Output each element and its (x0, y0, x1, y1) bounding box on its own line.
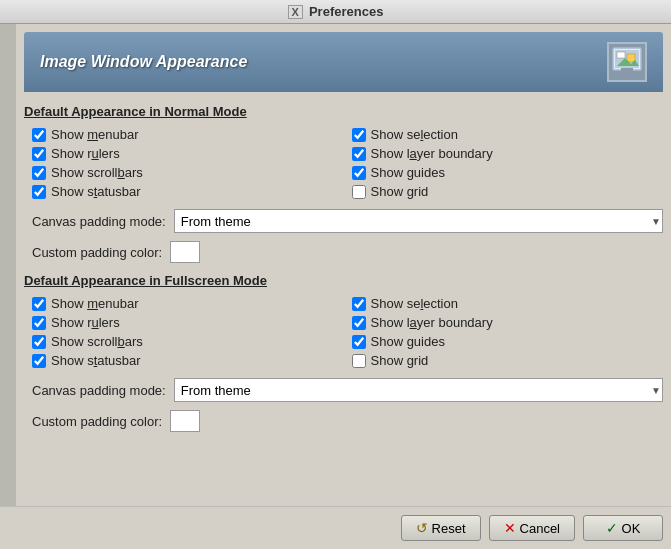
header-title: Image Window Appearance (40, 53, 247, 71)
checkbox-fs-scrollbars-input[interactable] (32, 335, 46, 349)
checkbox-nm-grid-input[interactable] (352, 185, 366, 199)
window: Image Window Appearance Default Appeara (0, 24, 671, 549)
normal-mode-section: Default Appearance in Normal Mode Show m… (24, 104, 663, 263)
checkbox-fs-scrollbars: Show scrollbars (32, 334, 344, 349)
checkbox-fs-rulers-input[interactable] (32, 316, 46, 330)
title-bar-title: Preferences (309, 4, 383, 19)
header-banner: Image Window Appearance (24, 32, 663, 92)
nm-canvas-padding-label: Canvas padding mode: (32, 214, 166, 229)
ok-label: OK (622, 521, 641, 536)
ok-button[interactable]: ✓ OK (583, 515, 663, 541)
checkbox-fs-grid-label[interactable]: Show grid (371, 353, 429, 368)
checkbox-fs-rulers: Show rulers (32, 315, 344, 330)
checkbox-nm-menubar-input[interactable] (32, 128, 46, 142)
sidebar (0, 24, 16, 506)
reset-label: Reset (432, 521, 466, 536)
fs-canvas-padding-select[interactable]: From theme Light Dark Custom color (174, 378, 663, 402)
cancel-button[interactable]: ✕ Cancel (489, 515, 575, 541)
checkbox-fs-statusbar: Show statusbar (32, 353, 344, 368)
fullscreen-mode-title: Default Appearance in Fullscreen Mode (24, 273, 663, 288)
checkbox-nm-guides: Show guides (352, 165, 664, 180)
checkbox-fs-menubar-label[interactable]: Show menubar (51, 296, 138, 311)
nm-canvas-padding-select[interactable]: From theme Light Dark Custom color (174, 209, 663, 233)
checkbox-fs-grid-input[interactable] (352, 354, 366, 368)
checkbox-nm-selection-label[interactable]: Show selection (371, 127, 458, 142)
button-bar: ↺ Reset ✕ Cancel ✓ OK (0, 506, 671, 549)
checkbox-nm-selection-input[interactable] (352, 128, 366, 142)
checkbox-fs-statusbar-label[interactable]: Show statusbar (51, 353, 141, 368)
checkbox-fs-statusbar-input[interactable] (32, 354, 46, 368)
checkbox-nm-layerboundary-label[interactable]: Show layer boundary (371, 146, 493, 161)
normal-mode-checkboxes: Show menubar Show selection Show rulers … (24, 127, 663, 199)
fs-custom-padding-color[interactable] (170, 410, 200, 432)
nm-custom-padding-color[interactable] (170, 241, 200, 263)
nm-custom-padding-label: Custom padding color: (32, 245, 162, 260)
checkbox-nm-statusbar-input[interactable] (32, 185, 46, 199)
fs-canvas-padding-row: Canvas padding mode: From theme Light Da… (24, 378, 663, 402)
checkbox-nm-statusbar: Show statusbar (32, 184, 344, 199)
fullscreen-mode-checkboxes: Show menubar Show selection Show rulers … (24, 296, 663, 368)
checkbox-fs-scrollbars-label[interactable]: Show scrollbars (51, 334, 143, 349)
svg-rect-6 (625, 71, 629, 74)
checkbox-nm-layerboundary: Show layer boundary (352, 146, 664, 161)
checkbox-nm-rulers-input[interactable] (32, 147, 46, 161)
checkbox-nm-guides-input[interactable] (352, 166, 366, 180)
ok-icon: ✓ (606, 520, 618, 536)
checkbox-fs-layerboundary-label[interactable]: Show layer boundary (371, 315, 493, 330)
cancel-label: Cancel (520, 521, 560, 536)
checkbox-nm-menubar: Show menubar (32, 127, 344, 142)
fullscreen-mode-section: Default Appearance in Fullscreen Mode Sh… (24, 273, 663, 432)
content-area: Image Window Appearance Default Appeara (16, 24, 671, 506)
checkbox-fs-guides: Show guides (352, 334, 664, 349)
checkbox-nm-guides-label[interactable]: Show guides (371, 165, 445, 180)
title-bar: X Preferences (0, 0, 671, 24)
reset-button[interactable]: ↺ Reset (401, 515, 481, 541)
svg-rect-5 (621, 68, 633, 71)
fs-custom-padding-label: Custom padding color: (32, 414, 162, 429)
checkbox-fs-selection-input[interactable] (352, 297, 366, 311)
checkbox-fs-selection: Show selection (352, 296, 664, 311)
checkbox-fs-menubar-input[interactable] (32, 297, 46, 311)
checkbox-nm-rulers-label[interactable]: Show rulers (51, 146, 120, 161)
header-icon (607, 42, 647, 82)
normal-mode-title: Default Appearance in Normal Mode (24, 104, 663, 119)
checkbox-nm-scrollbars-label[interactable]: Show scrollbars (51, 165, 143, 180)
checkbox-nm-layerboundary-input[interactable] (352, 147, 366, 161)
cancel-icon: ✕ (504, 520, 516, 536)
checkbox-nm-grid-label[interactable]: Show grid (371, 184, 429, 199)
checkbox-nm-statusbar-label[interactable]: Show statusbar (51, 184, 141, 199)
checkbox-fs-guides-input[interactable] (352, 335, 366, 349)
title-bar-x: X (288, 5, 303, 19)
checkbox-nm-selection: Show selection (352, 127, 664, 142)
svg-rect-3 (627, 54, 635, 62)
checkbox-fs-guides-label[interactable]: Show guides (371, 334, 445, 349)
checkbox-nm-grid: Show grid (352, 184, 664, 199)
nm-custom-padding-row: Custom padding color: (24, 241, 663, 263)
fs-canvas-padding-label: Canvas padding mode: (32, 383, 166, 398)
fs-custom-padding-row: Custom padding color: (24, 410, 663, 432)
fs-canvas-padding-select-wrapper: From theme Light Dark Custom color ▼ (174, 378, 663, 402)
checkbox-fs-layerboundary: Show layer boundary (352, 315, 664, 330)
checkbox-fs-selection-label[interactable]: Show selection (371, 296, 458, 311)
checkbox-nm-scrollbars: Show scrollbars (32, 165, 344, 180)
checkbox-nm-menubar-label[interactable]: Show menubar (51, 127, 138, 142)
checkbox-nm-rulers: Show rulers (32, 146, 344, 161)
checkbox-fs-menubar: Show menubar (32, 296, 344, 311)
checkbox-fs-rulers-label[interactable]: Show rulers (51, 315, 120, 330)
checkbox-fs-layerboundary-input[interactable] (352, 316, 366, 330)
checkbox-nm-scrollbars-input[interactable] (32, 166, 46, 180)
checkbox-fs-grid: Show grid (352, 353, 664, 368)
svg-rect-2 (617, 52, 625, 58)
nm-canvas-padding-row: Canvas padding mode: From theme Light Da… (24, 209, 663, 233)
reset-icon: ↺ (416, 520, 428, 536)
main-content: Image Window Appearance Default Appeara (0, 24, 671, 506)
nm-canvas-padding-select-wrapper: From theme Light Dark Custom color ▼ (174, 209, 663, 233)
